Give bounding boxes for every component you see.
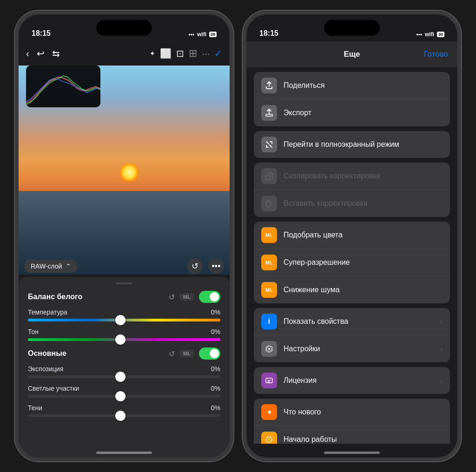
denoise-item[interactable]: ML Снижение шума <box>254 276 450 303</box>
layer-chevron: ⌃ <box>66 262 71 270</box>
main-reset[interactable]: ↺ <box>169 349 175 358</box>
settings-icon <box>261 341 277 357</box>
whats-new-item[interactable]: ✦ Что нового <box>254 399 450 426</box>
properties-icon: i <box>261 314 277 329</box>
tint-slider[interactable] <box>28 338 220 341</box>
layer-more-button[interactable]: ••• <box>208 258 224 274</box>
match-colors-label: Подобрать цвета <box>284 231 443 239</box>
super-res-item[interactable]: ML Супер-разрешение <box>254 249 450 276</box>
shadows-value: 0% <box>211 404 220 412</box>
shadows-label: Тени <box>28 404 42 412</box>
dynamic-island-right <box>324 20 380 36</box>
svg-rect-0 <box>26 66 100 107</box>
panel-handle <box>116 282 132 284</box>
menu-title: Еще <box>344 50 360 59</box>
tint-label: Тон <box>28 328 39 335</box>
menu-header: Еще Готово <box>246 41 457 67</box>
magic-button[interactable]: ✦ <box>150 50 155 57</box>
license-item[interactable]: Лицензия › <box>254 367 450 394</box>
denoise-label: Снижение шума <box>284 286 443 294</box>
properties-chevron: › <box>440 318 443 325</box>
fullscreen-icon <box>261 137 277 152</box>
highlights-value: 0% <box>211 385 220 392</box>
fullscreen-item[interactable]: Перейти в полноэкранный режим <box>254 131 450 158</box>
paste-corrections-label: Вставить корректировки <box>284 199 443 208</box>
getting-started-label: Начало работы <box>284 435 443 444</box>
main-ml[interactable]: ML <box>179 350 194 357</box>
main-controls: ↺ ML <box>169 347 220 360</box>
status-icons-left: ▪▪▪ wifi 29 <box>188 31 217 38</box>
share-label: Поделиться <box>284 81 443 90</box>
fullscreen-group: Перейти в полноэкранный режим <box>254 131 450 158</box>
editor-toolbar: ‹ ↩ ⇆ ✦ ⬜ ⊡ ⊞ ··· ✓ <box>19 41 230 66</box>
battery-left: 29 <box>209 32 217 37</box>
layer-reset-button[interactable]: ↺ <box>187 258 203 274</box>
main-header: Основные ↺ ML <box>28 347 220 360</box>
main-title: Основные <box>28 349 66 358</box>
toolbar-center: ✦ ⬜ ⊡ ⊞ ··· ✓ <box>150 47 222 59</box>
denoise-icon: ML <box>261 282 277 298</box>
white-balance-ml[interactable]: ML <box>179 293 194 301</box>
exposure-slider[interactable] <box>28 375 220 378</box>
share-item[interactable]: Поделиться <box>254 72 450 99</box>
wifi-icon: wifi <box>197 31 206 38</box>
dynamic-island-left <box>96 20 152 36</box>
edit-panel: Баланс белого ↺ ML Температура 0% Тон 0% <box>19 277 230 458</box>
temperature-row: Температура 0% <box>28 308 220 321</box>
settings-chevron: › <box>440 345 443 353</box>
copy-corrections-item[interactable]: Скопировать корректировки <box>254 163 450 190</box>
layer-name: RAW-слой <box>31 262 62 270</box>
eraser-button[interactable]: ⬜ <box>160 48 172 59</box>
paste-corrections-icon <box>261 196 277 211</box>
license-chevron: › <box>440 377 443 384</box>
share-group: Поделиться Экспорт <box>254 72 450 126</box>
undo-button[interactable]: ↩ <box>37 48 45 59</box>
getting-started-item[interactable]: Начало работы <box>254 426 450 444</box>
crop-button[interactable]: ⊡ <box>176 48 184 59</box>
license-group: Лицензия › <box>254 367 450 394</box>
home-indicator-right <box>324 452 380 454</box>
white-balance-title: Баланс белого <box>28 293 82 301</box>
layer-actions: ↺ ••• <box>187 258 224 274</box>
fullscreen-label: Перейти в полноэкранный режим <box>284 140 443 149</box>
highlights-label: Светлые участки <box>28 385 79 392</box>
redo-button[interactable]: ⇆ <box>52 48 60 59</box>
super-res-label: Супер-разрешение <box>284 258 443 267</box>
left-phone: 18:15 ▪▪▪ wifi 29 ‹ ↩ ⇆ ✦ ⬜ ⊡ ⊞ ··· ✓ <box>15 11 233 461</box>
match-colors-icon: ML <box>261 227 277 243</box>
white-balance-reset[interactable]: ↺ <box>169 293 175 302</box>
more-button[interactable]: ··· <box>202 48 210 59</box>
time-left: 18:15 <box>32 29 51 38</box>
layer-bar: RAW-слой ⌃ ↺ ••• <box>24 256 224 276</box>
white-balance-controls: ↺ ML <box>169 291 220 303</box>
copy-corrections-label: Скопировать корректировки <box>284 172 443 180</box>
wifi-icon-right: wifi <box>425 31 434 38</box>
check-button[interactable]: ✓ <box>214 48 222 59</box>
whats-new-label: Что нового <box>284 408 443 416</box>
match-colors-item[interactable]: ML Подобрать цвета <box>254 222 450 249</box>
back-button[interactable]: ‹ <box>26 48 29 59</box>
paste-corrections-item[interactable]: Вставить корректировки <box>254 190 450 217</box>
grid-button[interactable]: ⊞ <box>189 47 197 59</box>
time-right: 18:15 <box>259 29 278 38</box>
svg-rect-1 <box>266 114 272 116</box>
export-item[interactable]: Экспорт <box>254 99 450 126</box>
shadows-slider[interactable] <box>28 414 220 417</box>
exposure-label: Экспозиция <box>28 365 63 373</box>
layer-pill[interactable]: RAW-слой ⌃ <box>24 260 78 273</box>
white-balance-header: Баланс белого ↺ ML <box>28 291 220 303</box>
white-balance-toggle[interactable] <box>199 291 220 303</box>
settings-item[interactable]: Настройки › <box>254 335 450 362</box>
highlights-slider[interactable] <box>28 395 220 398</box>
license-icon <box>261 373 277 388</box>
temperature-label: Температура <box>28 308 67 316</box>
corrections-group: Скопировать корректировки Вставить корре… <box>254 163 450 217</box>
temperature-slider[interactable] <box>28 319 220 321</box>
highlights-row: Светлые участки 0% <box>28 385 220 398</box>
main-toggle[interactable] <box>199 347 220 360</box>
home-indicator-left <box>96 452 152 454</box>
svg-rect-3 <box>266 201 271 207</box>
properties-item[interactable]: i Показать свойства › <box>254 308 450 335</box>
tint-row: Тон 0% <box>28 328 220 341</box>
done-button[interactable]: Готово <box>424 50 449 59</box>
